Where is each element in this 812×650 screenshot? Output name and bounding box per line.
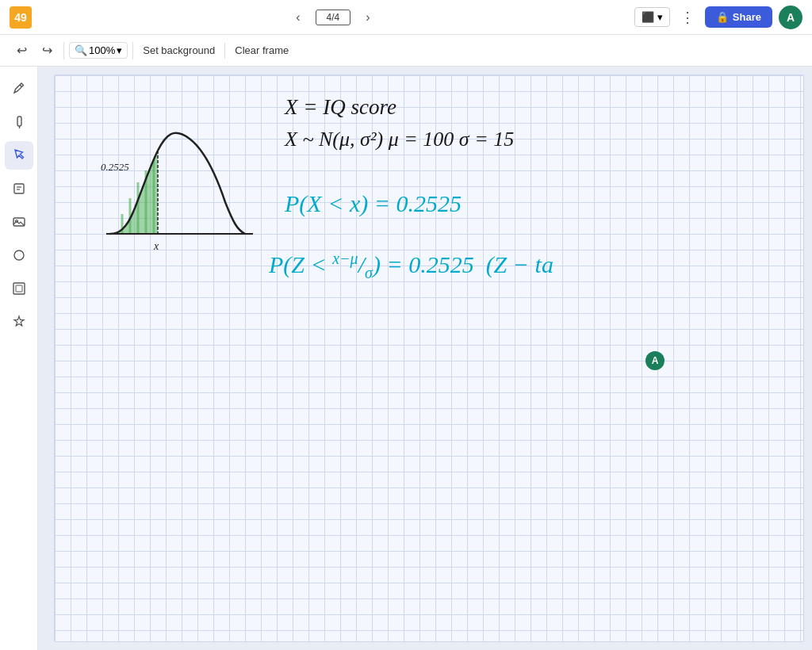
topbar-right: ⬛ ▾ ⋮ 🔒 Share A [634,6,802,29]
toolbar-divider3 [224,43,225,59]
screen-arrow: ▾ [657,11,663,23]
svg-rect-8 [13,283,25,294]
note-tool-button[interactable] [5,174,33,203]
topbar: 49 ‹ 4/4 › ⬛ ▾ ⋮ 🔒 Share A [0,0,812,35]
math-title: X = IQ score [285,95,396,120]
magic-icon [12,315,26,329]
bell-curve-area: 0.2525 x [86,99,261,258]
circle-icon [12,248,26,262]
avatar[interactable]: A [779,6,802,29]
set-background-button[interactable]: Set background [138,44,220,56]
zoom-control[interactable]: 🔍 100% ▾ [69,42,128,59]
pen-icon [12,82,26,96]
clear-frame-button[interactable]: Clear frame [230,44,293,56]
canvas[interactable]: 0.2525 x X = IQ score X ~ N(μ, σ²) μ = 1… [54,75,804,642]
svg-rect-0 [17,117,21,126]
nav-next-button[interactable]: › [357,6,379,29]
nav-center: ‹ 4/4 › [40,6,626,29]
zoom-icon: 🔍 [75,44,87,56]
math-prob2: P(Z < x−μ/σ) = 0.2525 (Z − ta [269,250,553,282]
pen-tool-button[interactable] [5,75,33,103]
svg-text:0.2525: 0.2525 [101,161,129,173]
screen-button[interactable]: ⬛ ▾ [634,7,670,27]
select-icon [12,148,26,162]
image-icon [12,215,26,229]
svg-text:x: x [153,240,159,252]
redo-button[interactable]: ↪ [35,39,59,63]
marker-icon [12,115,26,129]
bell-curve-svg: 0.2525 x [86,99,261,258]
frame-icon [12,281,26,296]
math-prob1: P(X < x) = 0.2525 [285,190,462,217]
screen-icon: ⬛ [642,11,654,23]
math-distribution: X ~ N(μ, σ²) μ = 100 σ = 15 [285,127,514,151]
select-tool-button[interactable] [5,141,33,170]
more-button[interactable]: ⋮ [676,6,699,29]
sidebar [0,67,38,650]
canvas-area[interactable]: 0.2525 x X = IQ score X ~ N(μ, σ²) μ = 1… [38,67,812,650]
user-cursor-a: A [645,351,665,370]
main-layout: 0.2525 x X = IQ score X ~ N(μ, σ²) μ = 1… [0,67,812,650]
toolbar: ↩ ↪ 🔍 100% ▾ Set background Clear frame [0,35,812,67]
image-tool-button[interactable] [5,208,33,236]
toolbar-divider2 [132,42,133,59]
logo-button[interactable]: 49 [10,6,32,29]
svg-rect-2 [14,184,24,193]
svg-rect-9 [16,285,22,292]
marker-tool-button[interactable] [5,108,33,136]
slide-indicator[interactable]: 4/4 [316,10,350,25]
magic-tool-button[interactable] [5,308,33,336]
zoom-value: 100% [89,44,115,56]
frame-tool-button[interactable] [5,274,33,303]
nav-prev-button[interactable]: ‹ [287,6,309,29]
zoom-arrow: ▾ [117,44,122,56]
note-icon [12,182,26,196]
circle-tool-button[interactable] [5,241,33,270]
share-button[interactable]: 🔒 Share [705,6,772,28]
toolbar-divider [63,42,64,59]
lock-icon: 🔒 [716,11,729,23]
undo-button[interactable]: ↩ [10,39,33,63]
svg-point-7 [14,250,24,260]
